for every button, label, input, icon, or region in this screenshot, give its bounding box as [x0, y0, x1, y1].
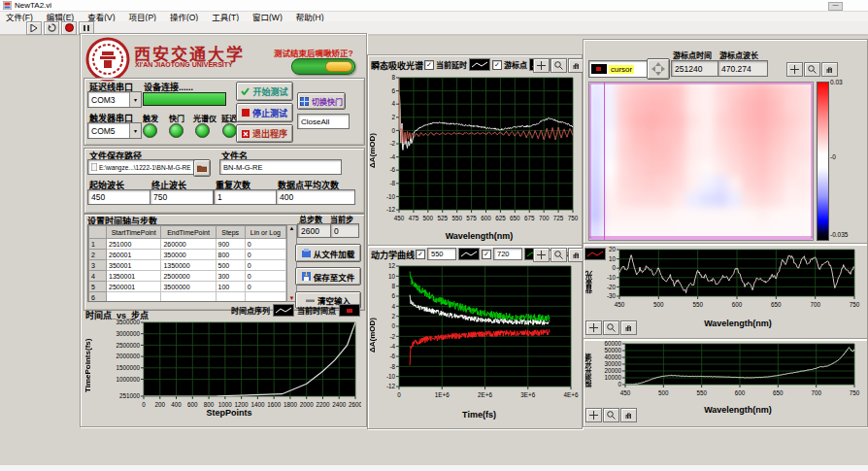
exit-program-button[interactable]: 退出程序 [236, 124, 293, 143]
svg-text:10: 10 [609, 255, 617, 262]
kinetics-chart[interactable]: 01E+62E+63E+64E+6-12-10-8-6-4-2024681012 [380, 262, 579, 408]
chirp-toggle[interactable] [291, 58, 355, 75]
minus-icon [306, 298, 315, 303]
end-wavelength-field[interactable]: 750 [150, 189, 214, 205]
time-table[interactable]: StartTimePointEndTimePointStepsLin or Lo… [87, 224, 287, 302]
svg-text:4E+6: 4E+6 [564, 391, 579, 398]
svg-text:625: 625 [495, 215, 506, 221]
current-delay-line-icon[interactable] [469, 58, 490, 71]
pan-tool-icon[interactable] [620, 320, 637, 335]
transient-spectrum-title: 瞬态吸收光谱 [371, 59, 423, 72]
start-wavelength-field[interactable]: 450 [87, 189, 151, 205]
trigger-port-combo[interactable]: COM5 ▾ [87, 122, 142, 139]
table-vscrollbar[interactable]: ▲▼ [286, 224, 297, 302]
kinetics-550-field[interactable]: 550 [427, 248, 456, 260]
svg-text:2: 2 [391, 114, 395, 120]
run-button[interactable] [26, 21, 42, 35]
file-name-field[interactable]: BN-M-G-RE [219, 159, 342, 175]
legend-timeseries-line-icon[interactable] [273, 304, 294, 317]
zoom-tool-icon[interactable] [551, 248, 567, 262]
transient-spectrum-chart[interactable]: 450475500525550575600625650675700725750-… [380, 74, 579, 231]
svg-text:251000: 251000 [119, 392, 141, 399]
svg-text:725: 725 [553, 215, 564, 221]
zoom-tool-icon[interactable] [804, 62, 820, 77]
zoom-tool-icon[interactable] [551, 58, 567, 73]
svg-text:10000: 10000 [604, 374, 621, 381]
svg-text:6: 6 [391, 87, 395, 94]
cursor-point-label: 游标点 [504, 59, 527, 70]
transient-spectrum-legend: ✓ 当前延时 ✓ 游标点 [424, 58, 551, 71]
svg-text:-30: -30 [607, 292, 617, 299]
save-to-file-button[interactable]: 保存至文件 [295, 267, 361, 286]
chirp-correction-label: 测试结束后啁啾矫正? [274, 47, 353, 58]
cursor-plot-icon [591, 64, 607, 74]
svg-text:475: 475 [409, 215, 419, 221]
kinetics-550-checkbox[interactable]: ✓ [416, 250, 425, 259]
probe-spectrum-chart[interactable]: 4505005506006507007500100002000030000400… [596, 340, 862, 402]
kinetics-550-line-icon[interactable] [458, 248, 480, 260]
toggle-shutter-button[interactable]: 切换快门 [297, 92, 346, 110]
cursor-time-value: 251240 [671, 60, 721, 77]
background-light-chart[interactable]: 450500550600650700750-30-20-1001020 [596, 246, 862, 316]
stop-test-button[interactable]: 停止测试 [236, 103, 293, 122]
svg-text:1000: 1000 [218, 401, 233, 408]
svg-text:4: 4 [391, 303, 395, 310]
crosshair-tool-icon[interactable] [585, 408, 602, 422]
crosshair-tool-icon[interactable] [585, 320, 602, 335]
repeat-count-field[interactable]: 1 [214, 189, 278, 205]
menu-bar: 文件(F) 编辑(E) 查看(V) 项目(P) 操作(O) 工具(T) 窗口(W… [0, 12, 868, 21]
average-count-field[interactable]: 400 [276, 189, 355, 205]
svg-text:1500000: 1500000 [116, 364, 140, 371]
pan-tool-icon[interactable] [821, 62, 838, 77]
cursor-point-checkbox[interactable]: ✓ [492, 60, 502, 70]
svg-text:3E+6: 3E+6 [520, 391, 535, 398]
kinetics-720-checkbox[interactable]: ✓ [482, 250, 491, 259]
file-icon [91, 163, 97, 171]
start-test-button[interactable]: 开始测试 [236, 82, 293, 101]
colorbar-max-label: 0.03 [830, 79, 843, 85]
background-light-xlabel: Wavelength(nm) [621, 319, 854, 328]
svg-text:500: 500 [653, 301, 664, 308]
svg-text:12: 12 [388, 262, 396, 269]
svg-text:50000: 50000 [604, 347, 621, 353]
save-path-field[interactable]: E:\wangze...\1222-1\BN-M-G-RE [87, 159, 198, 175]
crosshair-tool-icon[interactable] [533, 58, 550, 73]
svg-text:6: 6 [391, 292, 395, 299]
closeall-field[interactable]: CloseAll [297, 114, 350, 129]
svg-text:700: 700 [810, 301, 820, 308]
browse-folder-button[interactable] [193, 159, 211, 177]
legend-currentpoint-icon[interactable] [339, 304, 360, 317]
crosshair-tool-icon[interactable] [533, 248, 550, 262]
delay-port-combo[interactable]: COM3 ▾ [87, 91, 142, 108]
svg-text:60000: 60000 [604, 340, 621, 347]
svg-text:650: 650 [773, 389, 784, 396]
svg-text:-8: -8 [389, 363, 395, 370]
svg-text:8: 8 [391, 283, 395, 289]
combo-arrow-icon[interactable]: ▾ [129, 123, 141, 138]
current-delay-checkbox[interactable]: ✓ [424, 60, 434, 70]
svg-text:600: 600 [187, 401, 198, 408]
svg-text:1000000: 1000000 [116, 376, 140, 383]
combo-arrow-icon[interactable]: ▾ [129, 92, 141, 107]
run-continuous-button[interactable] [44, 21, 59, 35]
svg-text:550: 550 [692, 301, 703, 308]
spectrometer-led [195, 123, 210, 138]
minimize-button[interactable]: — [828, 2, 843, 11]
cursor-nav-button[interactable] [647, 58, 670, 80]
ta-heatmap[interactable] [588, 82, 814, 241]
timepoints-chart[interactable]: 0200400600800100012001400160018002000220… [97, 319, 361, 418]
probe-spectrum-xlabel: Wavelength(nm) [621, 405, 854, 415]
zoom-tool-icon[interactable] [603, 408, 619, 422]
pan-tool-icon[interactable] [620, 408, 637, 422]
current-delay-label: 当前延时 [436, 59, 467, 70]
zoom-tool-icon[interactable] [603, 320, 619, 335]
load-from-file-button[interactable]: 从文件加载 [295, 244, 361, 262]
start-test-label: 开始测试 [252, 85, 287, 98]
abort-button[interactable] [61, 21, 77, 35]
kinetics-720-field[interactable]: 720 [493, 248, 522, 260]
load-from-file-label: 从文件加载 [314, 248, 355, 259]
cursor-legend[interactable]: cursor [588, 60, 649, 78]
svg-text:-12: -12 [386, 383, 396, 389]
svg-text:200: 200 [155, 401, 166, 408]
crosshair-tool-icon[interactable] [786, 62, 803, 77]
